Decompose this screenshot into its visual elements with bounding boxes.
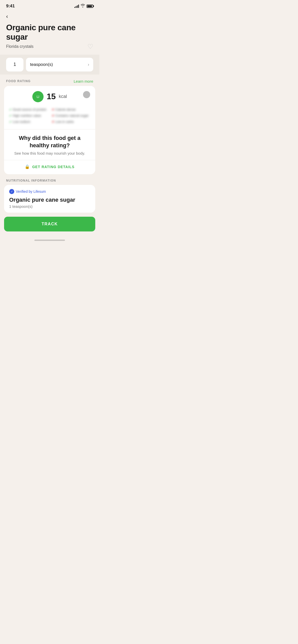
get-rating-label: GET RATING DETAILS: [32, 165, 74, 169]
pro-item: ✔ Low sodium: [9, 120, 48, 124]
learn-more-button[interactable]: Learn more: [74, 79, 93, 83]
svg-point-0: [35, 94, 40, 99]
serving-quantity-input[interactable]: 1: [6, 58, 23, 71]
x-icon: ✘: [52, 120, 54, 124]
wifi-icon: [80, 4, 85, 8]
signal-icon: [74, 4, 79, 8]
checkmark-icon: ✔: [9, 108, 12, 112]
smiley-badge: [32, 91, 44, 102]
con-item: ✘ Contains natural sugar: [52, 113, 90, 118]
con-item: ✘ Calorie dense: [52, 107, 90, 112]
status-icons: [74, 4, 93, 8]
back-button[interactable]: ‹: [6, 13, 8, 20]
pro-item: ✔ High nutrition value: [9, 113, 48, 118]
serving-unit-selector[interactable]: teaspoon(s) ›: [26, 58, 93, 71]
serving-row: 1 teaspoon(s) ›: [6, 58, 93, 71]
svg-point-1: [37, 96, 37, 96]
rating-card: 15 kcal ✔ Good source of protein ✘ Calor…: [4, 86, 95, 174]
track-label: TRACK: [42, 222, 58, 226]
rating-cta-sub: See how this food may nourish your body.: [9, 151, 90, 155]
chevron-right-icon: ›: [88, 62, 89, 67]
nutritional-card: ✓ Verified by Lifesum Organic pure cane …: [4, 185, 95, 213]
checkmark-icon: ✔: [9, 114, 12, 118]
product-title: Organic pure cane sugar: [6, 23, 93, 42]
home-indicator: [0, 238, 99, 245]
food-rating-section-label: FOOD RATING Learn more: [0, 75, 99, 86]
con-item: ✘ Low in carbs: [52, 120, 90, 124]
battery-icon: [87, 5, 93, 8]
verified-badge: ✓: [9, 189, 14, 194]
x-icon: ✘: [52, 108, 54, 112]
rating-cta-title: Why did this food get a healthy rating?: [9, 135, 90, 149]
kcal-value: 15: [47, 92, 56, 101]
product-subtitle: Florida crystals: [6, 44, 34, 49]
nutritional-serving: 1 teaspoon(s): [9, 204, 90, 209]
x-icon: ✘: [52, 114, 54, 118]
verified-row: ✓ Verified by Lifesum: [9, 189, 90, 194]
product-subtitle-row: Florida crystals ♡: [6, 43, 93, 51]
home-bar: [34, 240, 65, 241]
verified-text: Verified by Lifesum: [16, 189, 46, 194]
rating-divider: [4, 129, 95, 129]
pros-cons-grid: ✔ Good source of protein ✘ Calorie dense…: [9, 107, 90, 124]
nutritional-info-section-label: NUTRITIONAL INFORMATION: [0, 174, 99, 185]
svg-point-2: [38, 96, 39, 96]
status-time: 9:41: [6, 4, 15, 9]
favorite-button[interactable]: ♡: [87, 43, 93, 51]
nutritional-product-name: Organic pure cane sugar: [9, 197, 90, 203]
checkmark-icon: ✔: [9, 120, 12, 124]
kcal-unit: kcal: [59, 94, 67, 99]
header: ‹ Organic pure cane sugar Florida crysta…: [0, 11, 99, 55]
rating-divider2: [4, 160, 95, 160]
get-rating-button[interactable]: 🔒 GET RATING DETAILS: [9, 164, 90, 169]
pro-item: ✔ Good source of protein: [9, 107, 48, 112]
lock-icon: 🔒: [25, 164, 30, 169]
info-dot-button[interactable]: [83, 91, 90, 98]
track-button[interactable]: TRACK: [4, 217, 95, 231]
status-bar: 9:41: [0, 0, 99, 11]
serving-section: 1 teaspoon(s) ›: [0, 55, 99, 75]
serving-unit-label: teaspoon(s): [30, 62, 53, 67]
kcal-row: 15 kcal: [9, 91, 90, 102]
